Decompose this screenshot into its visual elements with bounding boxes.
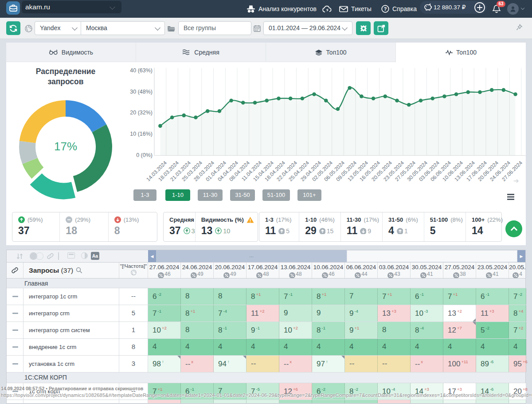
svg-text:?: ? bbox=[384, 6, 387, 12]
